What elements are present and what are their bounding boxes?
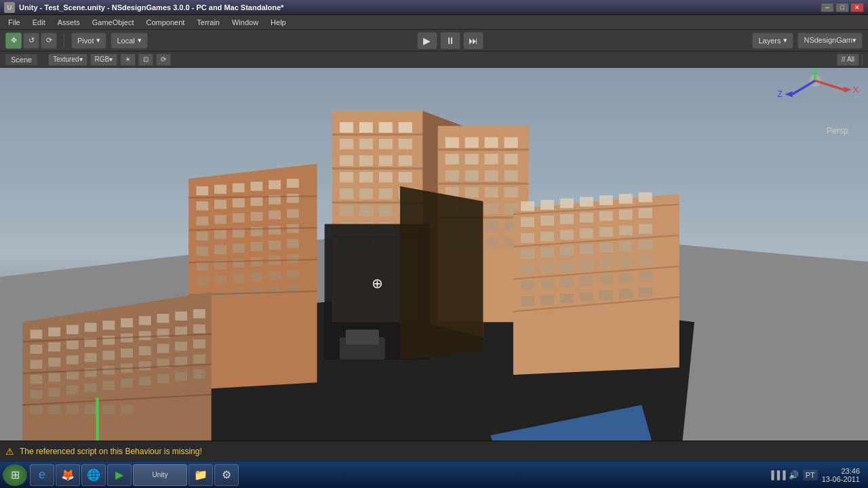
taskbar-app6[interactable]: ⚙ [214, 464, 239, 486]
svg-rect-171 [619, 273, 633, 283]
menu-window[interactable]: Window [226, 17, 264, 28]
svg-line-255 [815, 81, 844, 89]
svg-rect-196 [48, 342, 60, 351]
color-mode-label: RGB [95, 56, 110, 63]
scene-tab[interactable]: Scene [5, 54, 37, 65]
scene-canvas: ⊕ Y X Z Persp [0, 68, 868, 441]
menu-assets[interactable]: Assets [52, 17, 85, 28]
start-button[interactable]: ⊞ [3, 464, 27, 486]
scene-extras-btn1[interactable]: ☀ [120, 54, 136, 66]
step-button[interactable]: ⏭ [463, 32, 484, 49]
layers-label: Layers [758, 37, 781, 45]
right-toolbar: Layers ▾ NSdesignGam▾ [752, 33, 863, 49]
color-mode-dropdown[interactable]: RGB ▾ [90, 54, 118, 66]
svg-rect-168 [560, 278, 574, 287]
menu-component[interactable]: Component [140, 17, 190, 28]
status-message: The referenced script on this Behaviour … [20, 447, 202, 456]
pause-button[interactable]: ⏸ [440, 32, 460, 49]
menu-edit[interactable]: Edit [27, 17, 51, 28]
render-mode-dropdown[interactable]: Textured ▾ [48, 54, 87, 66]
svg-rect-195 [31, 345, 43, 354]
svg-rect-167 [540, 279, 554, 289]
svg-rect-247 [346, 329, 379, 344]
tray-volume[interactable]: 🔊 [789, 470, 799, 480]
svg-rect-158 [639, 240, 652, 249]
scene-header-sep [862, 54, 863, 65]
layers-dropdown[interactable]: Layers ▾ [752, 33, 793, 49]
svg-rect-236 [48, 405, 60, 414]
svg-rect-92 [233, 214, 245, 222]
menu-file[interactable]: File [3, 17, 26, 28]
play-button[interactable]: ▶ [417, 32, 437, 49]
taskbar-browser2[interactable]: 🌐 [81, 464, 106, 486]
svg-rect-189 [102, 321, 115, 329]
svg-rect-79 [214, 185, 226, 194]
svg-rect-25 [359, 205, 373, 216]
svg-rect-9 [359, 139, 373, 150]
close-button[interactable]: ✕ [850, 3, 864, 12]
rotate-tool-button[interactable]: ↺ [23, 33, 39, 49]
svg-rect-206 [48, 357, 60, 366]
svg-rect-219 [102, 366, 115, 375]
svg-rect-80 [233, 183, 245, 192]
svg-rect-75 [438, 182, 529, 184]
taskbar-explorer[interactable]: 📁 [189, 464, 213, 486]
svg-rect-208 [85, 353, 97, 362]
svg-rect-240 [121, 405, 133, 414]
all-filter-btn[interactable]: // All [837, 54, 859, 66]
svg-rect-89 [287, 194, 299, 203]
scene-panel[interactable]: ⊕ Y X Z Persp [0, 68, 868, 441]
warning-icon: ⚠ [5, 446, 14, 457]
svg-rect-26 [379, 205, 393, 216]
window-title: Unity - Test_Scene.unity - NSdesignGames… [19, 3, 816, 12]
scene-extras-btn3[interactable]: ⟳ [156, 54, 171, 66]
svg-rect-145 [521, 233, 534, 243]
svg-rect-113 [287, 254, 299, 263]
menu-terrain[interactable]: Terrain [191, 17, 225, 28]
pivot-dropdown[interactable]: Pivot ▾ [71, 33, 106, 49]
svg-rect-210 [121, 348, 133, 357]
layout-label: NSdesignGam▾ [804, 36, 856, 45]
svg-rect-193 [175, 312, 187, 321]
svg-rect-86 [233, 199, 245, 207]
maximize-button[interactable]: □ [835, 3, 849, 12]
menu-gameobject[interactable]: GameObject [87, 17, 140, 28]
svg-rect-146 [540, 232, 554, 241]
svg-line-258 [793, 81, 815, 94]
taskbar-language[interactable]: PT [803, 470, 818, 481]
local-dropdown[interactable]: Local ▾ [111, 33, 147, 49]
taskbar-ie[interactable]: e [30, 464, 54, 486]
taskbar-clock: 23:46 13-06-2011 [822, 467, 860, 483]
svg-rect-230 [121, 379, 133, 388]
taskbar-firefox[interactable]: 🦊 [56, 464, 80, 486]
taskbar-media[interactable]: ▶ [107, 464, 132, 486]
svg-rect-178 [619, 289, 633, 298]
svg-rect-214 [193, 340, 205, 348]
svg-rect-41 [332, 167, 423, 169]
svg-rect-232 [157, 374, 170, 383]
svg-rect-91 [214, 215, 226, 224]
menu-help[interactable]: Help [265, 17, 292, 28]
taskbar-unity[interactable]: Unity [133, 464, 187, 486]
move-tool-button[interactable]: ✥ [5, 33, 22, 49]
svg-rect-142 [599, 211, 613, 221]
svg-rect-205 [31, 360, 43, 369]
svg-rect-224 [193, 354, 205, 363]
minimize-button[interactable]: ─ [821, 3, 834, 12]
scene-header-controls: Textured ▾ RGB ▾ ☀ ⊡ ⟳ [48, 54, 171, 66]
svg-rect-139 [540, 216, 554, 225]
scale-tool-button[interactable]: ⟳ [41, 33, 57, 49]
layout-dropdown[interactable]: NSdesignGam▾ [797, 33, 863, 49]
scene-extras-btn2[interactable]: ⊡ [138, 54, 153, 66]
svg-rect-227 [66, 386, 79, 394]
render-mode-arrow: ▾ [79, 56, 83, 63]
pivot-label: Pivot [77, 37, 94, 45]
svg-rect-87 [251, 197, 263, 205]
play-controls: ▶ ⏸ ⏭ [152, 32, 749, 49]
svg-rect-132 [540, 200, 554, 209]
svg-rect-216 [48, 373, 60, 382]
svg-rect-18 [379, 172, 393, 183]
svg-rect-154 [560, 246, 574, 256]
svg-rect-169 [580, 276, 593, 285]
svg-rect-5 [359, 122, 373, 133]
